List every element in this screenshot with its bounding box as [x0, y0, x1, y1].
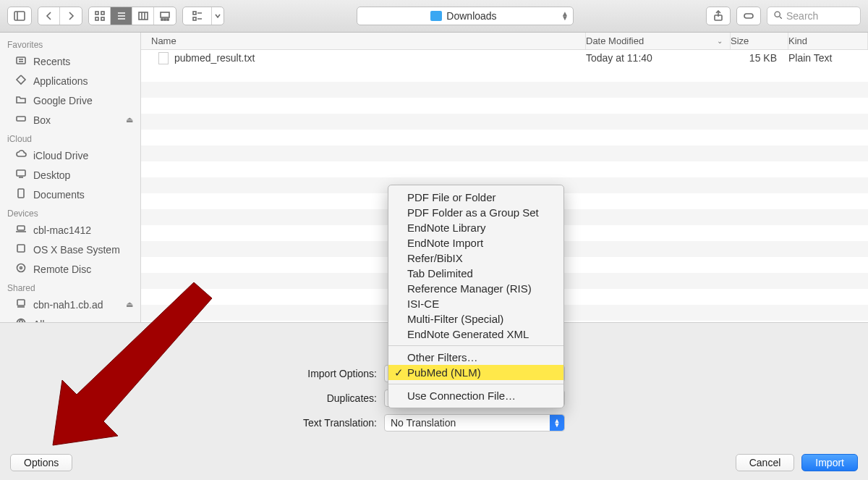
menu-item[interactable]: PDF File or Folder — [388, 190, 563, 205]
duplicates-label: Duplicates: — [303, 392, 377, 404]
svg-point-35 — [20, 267, 22, 269]
forward-button[interactable] — [60, 7, 82, 25]
sidebar-item-recents[interactable]: Recents — [0, 51, 140, 71]
menu-item[interactable]: EndNote Import — [388, 235, 563, 250]
sidebar-item-label: Google Drive — [33, 95, 93, 106]
disk-icon — [14, 243, 27, 256]
updown-caret-icon: ▲▼ — [550, 415, 564, 431]
documents-icon — [14, 188, 27, 201]
dialog-footer: Options Cancel Import — [0, 445, 868, 480]
sidebar-item-google-drive[interactable]: Google Drive — [0, 90, 140, 110]
share-icon — [712, 10, 724, 22]
svg-rect-17 — [193, 17, 196, 20]
chevron-left-icon — [43, 10, 55, 22]
file-kind: Plain Text — [788, 52, 868, 64]
menu-item[interactable]: Refer/BibIX — [388, 250, 563, 266]
tag-icon — [743, 10, 754, 22]
options-button[interactable]: Options — [10, 454, 72, 471]
back-button[interactable] — [38, 7, 60, 25]
svg-rect-16 — [193, 12, 196, 14]
menu-item[interactable]: Multi-Filter (Special) — [388, 311, 563, 327]
current-folder-label: Downloads — [446, 10, 496, 22]
sidebar-item-applications[interactable]: Applications — [0, 71, 140, 90]
sidebar-item-label: OS X Base System — [33, 244, 120, 256]
menu-item[interactable]: Reference Manager (RIS) — [388, 281, 563, 296]
desktop-icon — [14, 168, 27, 182]
svg-rect-15 — [167, 19, 169, 20]
svg-line-23 — [780, 17, 782, 19]
disc-icon — [14, 262, 27, 276]
sidebar-item-box[interactable]: Box⏏ — [0, 110, 140, 130]
sidebar-group-devices: Devices — [0, 204, 140, 220]
import-options-label: Import Options: — [303, 368, 377, 379]
menu-item-use-connection[interactable]: Use Connection File… — [388, 388, 563, 403]
eject-icon[interactable]: ⏏ — [126, 115, 133, 125]
search-input[interactable]: Search — [767, 7, 861, 25]
column-header-date[interactable]: Date Modified ⌄ — [586, 33, 731, 49]
import-options-menu: PDF File or Folder PDF Folder as a Group… — [388, 185, 564, 408]
file-row[interactable]: pubmed_result.txt Today at 11:40 15 KB P… — [141, 50, 868, 66]
sidebar-item-icloud-drive[interactable]: iCloud Drive — [0, 146, 140, 165]
list-icon — [116, 10, 127, 22]
menu-item[interactable]: EndNote Library — [388, 220, 563, 235]
menu-separator — [388, 384, 563, 384]
eject-icon[interactable]: ⏏ — [126, 300, 133, 309]
file-name: pubmed_result.txt — [174, 52, 255, 64]
sidebar-group-favorites: Favorites — [0, 35, 140, 51]
folder-path-popup[interactable]: Downloads ▲▼ — [357, 7, 574, 25]
sidebar-item-desktop[interactable]: Desktop — [0, 165, 140, 185]
svg-rect-4 — [95, 17, 98, 20]
sidebar-item-cbn-nah1[interactable]: cbn-nah1.cb.ad⏏ — [0, 295, 140, 314]
globe-icon — [14, 317, 27, 322]
tags-button[interactable] — [736, 7, 761, 25]
svg-rect-9 — [139, 12, 148, 20]
file-size: 15 KB — [731, 52, 788, 64]
menu-item[interactable]: EndNote Generated XML — [388, 327, 563, 342]
import-button[interactable]: Import — [801, 454, 858, 471]
sidebar-item-label: Applications — [33, 75, 88, 87]
server-icon — [14, 298, 27, 311]
file-date: Today at 11:40 — [586, 52, 731, 64]
gallery-icon — [159, 10, 171, 22]
menu-item-other-filters[interactable]: Other Filters… — [388, 350, 563, 365]
chevron-down-icon: ⌄ — [717, 37, 723, 45]
folder-icon — [430, 11, 442, 21]
sidebar-item-documents[interactable]: Documents — [0, 185, 140, 204]
sidebar-item-cbl-mac1412[interactable]: cbl-mac1412 — [0, 220, 140, 240]
menu-item-pubmed-nlm[interactable]: PubMed (NLM) — [388, 365, 563, 380]
sidebar-group-icloud: iCloud — [0, 130, 140, 146]
sidebar-item-label: Box — [33, 114, 51, 126]
svg-rect-36 — [17, 300, 25, 306]
svg-rect-5 — [101, 17, 104, 20]
text-translation-label: Text Translation: — [303, 417, 377, 429]
apps-icon — [14, 74, 27, 88]
share-button[interactable] — [706, 7, 731, 25]
cancel-button[interactable]: Cancel — [736, 454, 795, 471]
sidebar-item-all[interactable]: All… — [0, 314, 140, 322]
svg-rect-24 — [17, 57, 25, 64]
svg-rect-12 — [161, 12, 169, 17]
sidebar-item-label: cbn-nah1.cb.ad — [33, 299, 103, 311]
column-header-kind[interactable]: Kind — [788, 33, 868, 49]
menu-item[interactable]: Tab Delimited — [388, 266, 563, 281]
view-icons-button[interactable] — [89, 7, 111, 25]
view-columns-button[interactable] — [132, 7, 154, 25]
sidebar-item-remote-disc[interactable]: Remote Disc — [0, 259, 140, 279]
menu-item[interactable]: ISI-CE — [388, 296, 563, 311]
grid-icon — [94, 10, 106, 22]
sidebar-item-osx-base[interactable]: OS X Base System — [0, 240, 140, 259]
sidebar-toggle-button[interactable] — [7, 7, 32, 25]
menu-item[interactable]: PDF Folder as a Group Set — [388, 205, 563, 220]
sidebar-item-label: cbl-mac1412 — [33, 224, 91, 236]
svg-rect-14 — [164, 19, 166, 20]
column-header-name[interactable]: Name — [141, 33, 586, 49]
group-by-menu[interactable] — [182, 7, 224, 25]
svg-point-34 — [17, 264, 25, 272]
view-list-button[interactable] — [111, 7, 132, 25]
svg-rect-3 — [101, 12, 104, 14]
menu-separator — [388, 345, 563, 346]
text-translation-select[interactable]: No Translation ▲▼ — [384, 414, 565, 431]
folder-icon — [14, 93, 27, 107]
column-header-size[interactable]: Size — [731, 33, 788, 49]
view-gallery-button[interactable] — [154, 7, 176, 25]
